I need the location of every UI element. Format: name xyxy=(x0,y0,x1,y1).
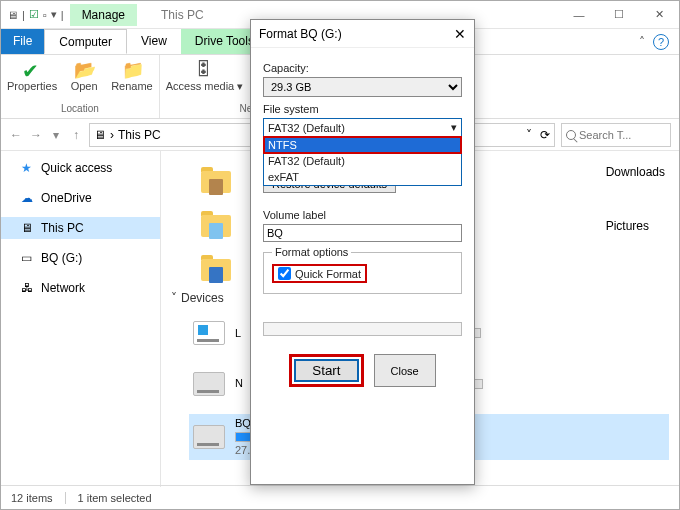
access-media-button[interactable]: 🎛Access media ▾ xyxy=(166,59,244,93)
capacity-label: Capacity: xyxy=(263,62,462,74)
box-icon: ▫ xyxy=(43,9,47,21)
search-placeholder: Search T... xyxy=(579,129,631,141)
forward-button[interactable]: → xyxy=(29,128,43,142)
cloud-icon: ☁ xyxy=(21,191,35,205)
qat-sep2: | xyxy=(61,9,64,21)
drive-icon xyxy=(193,321,225,345)
minimize-button[interactable]: — xyxy=(559,1,599,29)
format-dialog: Format BQ (G:) ✕ Capacity: 29.3 GB File … xyxy=(250,19,475,485)
close-button[interactable]: ✕ xyxy=(639,1,679,29)
qat: 🖥 | ☑ ▫ ▾ | xyxy=(1,8,70,21)
checkbox-icon: ☑ xyxy=(29,8,39,21)
filesystem-label: File system xyxy=(263,103,462,115)
sidebar-item-quick-access[interactable]: ★Quick access xyxy=(1,157,160,179)
breadcrumb-root[interactable]: This PC xyxy=(118,128,161,142)
sidebar-item-network[interactable]: 🖧Network xyxy=(1,277,160,299)
address-dropdown-icon[interactable]: ˅ xyxy=(526,128,532,142)
drive-name: L xyxy=(235,327,241,340)
rename-button[interactable]: 📁Rename xyxy=(111,59,153,92)
dialog-title: Format BQ (G:) xyxy=(259,27,342,41)
capacity-select[interactable]: 29.3 GB xyxy=(263,77,462,97)
network-icon: 🖧 xyxy=(21,281,35,295)
quick-format-option[interactable]: Quick Format xyxy=(272,264,367,283)
collapse-ribbon-icon[interactable]: ˄ xyxy=(639,35,645,49)
group-location-label: Location xyxy=(61,103,99,114)
computer-tab[interactable]: Computer xyxy=(44,29,127,54)
checkmark-icon: ✔ xyxy=(22,59,42,79)
fs-option-fat32[interactable]: FAT32 (Default) xyxy=(264,153,461,169)
recent-dropdown[interactable]: ▾ xyxy=(49,128,63,142)
back-button[interactable]: ← xyxy=(9,128,23,142)
filesystem-select[interactable]: FAT32 (Default)▾ NTFS FAT32 (Default) ex… xyxy=(263,118,462,137)
pc-icon: 🖥 xyxy=(21,221,35,235)
pictures-folder-label[interactable]: Pictures xyxy=(606,219,665,233)
contextual-tab-label: Manage xyxy=(70,4,137,26)
open-button[interactable]: 📂Open xyxy=(65,59,103,92)
selection-count: 1 item selected xyxy=(78,492,152,504)
rename-icon: 📁 xyxy=(122,59,142,79)
media-icon: 🎛 xyxy=(194,59,214,79)
format-progress-bar xyxy=(263,322,462,336)
volume-label-input[interactable] xyxy=(263,224,462,242)
folder-icon xyxy=(201,209,235,239)
quick-format-checkbox[interactable] xyxy=(278,267,291,280)
navigation-pane: ★Quick access ☁OneDrive 🖥This PC ▭BQ (G:… xyxy=(1,151,161,487)
pc-icon: 🖥 xyxy=(94,128,106,142)
fs-option-exfat[interactable]: exFAT xyxy=(264,169,461,185)
sidebar-item-this-pc[interactable]: 🖥This PC xyxy=(1,217,160,239)
status-bar: 12 items 1 item selected xyxy=(1,485,679,509)
sidebar-item-onedrive[interactable]: ☁OneDrive xyxy=(1,187,160,209)
drive-icon xyxy=(193,425,225,449)
dialog-close-button[interactable]: ✕ xyxy=(454,26,466,42)
folder-icon xyxy=(201,253,235,283)
rename-label: Rename xyxy=(111,80,153,92)
qat-dropdown-icon[interactable]: ▾ xyxy=(51,8,57,21)
qat-sep: | xyxy=(22,9,25,21)
format-options-legend: Format options xyxy=(272,246,351,258)
quick-format-label: Quick Format xyxy=(295,268,361,280)
start-highlight: Start xyxy=(289,354,363,387)
folder-open-icon: 📂 xyxy=(74,59,94,79)
format-options-fieldset: Format options Quick Format xyxy=(263,246,462,294)
maximize-button[interactable]: ☐ xyxy=(599,1,639,29)
volume-label-label: Volume label xyxy=(263,209,462,221)
close-format-button[interactable]: Close xyxy=(374,354,436,387)
item-count: 12 items xyxy=(11,492,53,504)
drive-icon: ▭ xyxy=(21,251,35,265)
search-icon xyxy=(566,130,576,140)
drive-name: N xyxy=(235,377,243,390)
refresh-icon[interactable]: ⟳ xyxy=(540,128,550,142)
downloads-folder-label[interactable]: Downloads xyxy=(606,165,665,179)
access-media-label: Access media ▾ xyxy=(166,80,244,93)
view-tab[interactable]: View xyxy=(127,29,181,54)
help-icon[interactable]: ? xyxy=(653,34,669,50)
drive-icon xyxy=(193,372,225,396)
open-label: Open xyxy=(71,80,98,92)
search-box[interactable]: Search T... xyxy=(561,123,671,147)
fs-option-ntfs[interactable]: NTFS xyxy=(264,137,461,153)
properties-button[interactable]: ✔Properties xyxy=(7,59,57,92)
chevron-down-icon: ˅ xyxy=(171,291,177,305)
sidebar-item-bq-drive[interactable]: ▭BQ (G:) xyxy=(1,247,160,269)
star-icon: ★ xyxy=(21,161,35,175)
monitor-icon: 🖥 xyxy=(7,9,18,21)
properties-label: Properties xyxy=(7,80,57,92)
file-tab[interactable]: File xyxy=(1,29,44,54)
start-button[interactable]: Start xyxy=(294,359,358,382)
filesystem-dropdown: NTFS FAT32 (Default) exFAT xyxy=(263,136,462,186)
up-button[interactable]: ↑ xyxy=(69,128,83,142)
folder-icon xyxy=(201,165,235,195)
chevron-down-icon: ▾ xyxy=(451,121,457,134)
